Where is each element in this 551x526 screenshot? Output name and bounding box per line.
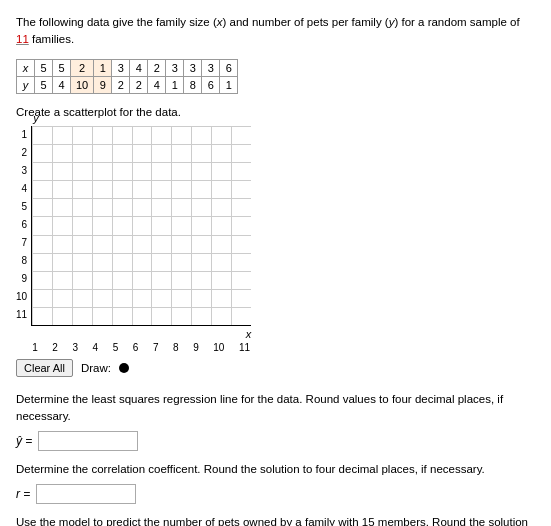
x-label-8: 8 [173,342,179,353]
y-axis-label-4: 4 [16,180,27,198]
x-label-9: 9 [193,342,199,353]
x-label-3: 3 [72,342,78,353]
y-axis-label-5: 5 [16,198,27,216]
y-val-6: 2 [130,76,148,93]
y-axis-label-3: 3 [16,162,27,180]
correlation-question: Determine the correlation coefficent. Ro… [16,461,535,478]
y-label: y [17,76,35,93]
x-axis-labels: 1 2 3 4 5 6 7 8 9 10 11 [31,342,251,353]
x-val-9: 3 [184,59,202,76]
y-axis-label-9: 9 [16,270,27,288]
y-axis-label-1: 1 [16,126,27,144]
clear-all-button[interactable]: Clear All [16,359,73,377]
graph-area: 11 10 9 8 7 6 5 4 3 2 1 y x 1 2 3 4 5 6 … [16,126,535,353]
correlation-input[interactable] [36,484,136,504]
y-axis-label-8: 8 [16,252,27,270]
x-label-4: 4 [93,342,99,353]
y-axis-title: y [33,112,39,124]
x-label-7: 7 [153,342,159,353]
y-axis-label-10: 10 [16,288,27,306]
regression-formula-row: ŷ = [16,431,535,451]
graph-wrapper: y x 1 2 3 4 5 6 7 8 9 10 11 [31,126,251,353]
x-val-11: 6 [220,59,238,76]
draw-dot-indicator [119,363,129,373]
x-val-7: 2 [148,59,166,76]
correlation-formula-row: r = [16,484,535,504]
x-label-1: 1 [32,342,38,353]
x-label-5: 5 [113,342,119,353]
intro-text: The following data give the family size … [16,14,535,49]
y-val-11: 1 [220,76,238,93]
y-val-3: 10 [71,76,94,93]
x-val-8: 3 [166,59,184,76]
x-val-4: 1 [94,59,112,76]
x-label: x [17,59,35,76]
y-axis-label-2: 2 [16,144,27,162]
x-label-10: 10 [213,342,224,353]
controls-row: Clear All Draw: [16,359,535,377]
scatterplot-grid[interactable] [31,126,251,326]
y-val-5: 2 [112,76,130,93]
x-val-1: 5 [35,59,53,76]
regression-input[interactable] [38,431,138,451]
y-val-4: 9 [94,76,112,93]
data-table: x 5 5 2 1 3 4 2 3 3 3 6 y 5 4 10 9 2 2 4… [16,59,238,94]
scatterplot-label: Create a scatterplot for the data. [16,106,535,118]
x-val-2: 5 [53,59,71,76]
y-axis-label-6: 6 [16,216,27,234]
y-val-8: 1 [166,76,184,93]
x-axis-title: x [246,328,252,340]
x-label-11: 11 [239,342,250,353]
x-label-2: 2 [52,342,58,353]
y-val-1: 5 [35,76,53,93]
x-val-6: 4 [130,59,148,76]
x-val-3: 2 [71,59,94,76]
correlation-label: r = [16,487,30,501]
y-val-2: 4 [53,76,71,93]
y-val-9: 8 [184,76,202,93]
x-val-10: 3 [202,59,220,76]
x-val-5: 3 [112,59,130,76]
draw-label: Draw: [81,362,111,374]
y-axis-label-7: 7 [16,234,27,252]
y-axis-label-11: 11 [16,306,27,324]
y-val-7: 4 [148,76,166,93]
regression-label: ŷ = [16,434,32,448]
y-val-10: 6 [202,76,220,93]
x-label-6: 6 [133,342,139,353]
y-axis-labels: 11 10 9 8 7 6 5 4 3 2 1 [16,126,27,326]
regression-question: Determine the least squares regression l… [16,391,535,426]
prediction-question: Use the model to predict the number of p… [16,514,535,526]
